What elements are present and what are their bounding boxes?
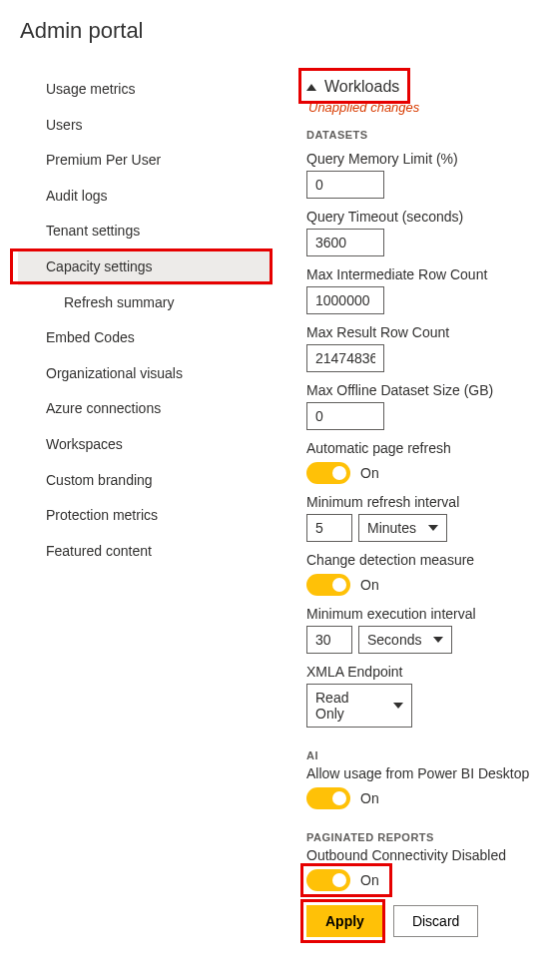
layout-container: Usage metrics Users Premium Per User Aud… (18, 72, 556, 937)
minimum-refresh-interval-input[interactable] (306, 514, 352, 542)
discard-button[interactable]: Discard (393, 905, 478, 937)
xmla-endpoint-value: Read Only (315, 690, 381, 722)
paginated-reports-group-heading: PAGINATED REPORTS (306, 831, 556, 843)
sidebar-item-protection-metrics[interactable]: Protection metrics (18, 498, 273, 534)
sidebar-item-refresh-summary[interactable]: Refresh summary (18, 285, 273, 321)
sidebar-item-premium-per-user[interactable]: Premium Per User (18, 143, 273, 179)
max-intermediate-row-count-label: Max Intermediate Row Count (306, 266, 556, 282)
datasets-group-heading: DATASETS (306, 129, 556, 141)
outbound-connectivity-disabled-toggle[interactable] (306, 869, 350, 891)
page-title: Admin portal (18, 18, 556, 44)
chevron-down-icon (428, 525, 438, 531)
workloads-section-title: Workloads (324, 78, 399, 96)
chevron-down-icon (433, 637, 443, 643)
main-panel: Workloads Unapplied changes DATASETS Que… (273, 72, 556, 937)
minimum-refresh-interval-label: Minimum refresh interval (306, 494, 556, 510)
minimum-refresh-interval-unit-value: Minutes (367, 520, 416, 536)
apply-button[interactable]: Apply (306, 905, 383, 937)
change-detection-measure-state: On (360, 577, 379, 593)
caret-up-icon (306, 84, 316, 91)
max-result-row-count-label: Max Result Row Count (306, 324, 556, 340)
max-intermediate-row-count-input[interactable] (306, 286, 384, 314)
max-offline-dataset-size-label: Max Offline Dataset Size (GB) (306, 382, 556, 398)
allow-usage-desktop-toggle[interactable] (306, 787, 350, 809)
sidebar-item-audit-logs[interactable]: Audit logs (18, 179, 273, 215)
query-memory-limit-label: Query Memory Limit (%) (306, 151, 556, 167)
max-result-row-count-input[interactable] (306, 344, 384, 372)
automatic-page-refresh-toggle[interactable] (306, 462, 350, 484)
sidebar-item-featured-content[interactable]: Featured content (18, 534, 273, 570)
query-timeout-input[interactable] (306, 229, 384, 256)
query-timeout-label: Query Timeout (seconds) (306, 209, 556, 225)
ai-group-heading: AI (306, 749, 556, 761)
automatic-page-refresh-state: On (360, 465, 379, 481)
sidebar-item-embed-codes[interactable]: Embed Codes (18, 320, 273, 356)
sidebar-item-workspaces[interactable]: Workspaces (18, 427, 273, 463)
allow-usage-desktop-label: Allow usage from Power BI Desktop (306, 765, 556, 781)
sidebar-item-organizational-visuals[interactable]: Organizational visuals (18, 356, 273, 392)
sidebar-item-custom-branding[interactable]: Custom branding (18, 463, 273, 499)
workloads-section-header[interactable]: Workloads (306, 72, 556, 100)
outbound-connectivity-disabled-state: On (360, 872, 379, 888)
max-offline-dataset-size-input[interactable] (306, 402, 384, 430)
minimum-execution-interval-unit-value: Seconds (367, 632, 421, 648)
unapplied-changes-text: Unapplied changes (306, 100, 556, 115)
minimum-execution-interval-label: Minimum execution interval (306, 606, 556, 622)
sidebar-item-tenant-settings[interactable]: Tenant settings (18, 214, 273, 249)
change-detection-measure-toggle[interactable] (306, 574, 350, 596)
query-memory-limit-input[interactable] (306, 171, 384, 199)
sidebar-item-capacity-settings[interactable]: Capacity settings (18, 249, 273, 285)
xmla-endpoint-label: XMLA Endpoint (306, 664, 556, 680)
automatic-page-refresh-label: Automatic page refresh (306, 440, 556, 456)
sidebar-item-azure-connections[interactable]: Azure connections (18, 391, 273, 427)
minimum-refresh-interval-unit-select[interactable]: Minutes (358, 514, 447, 542)
change-detection-measure-label: Change detection measure (306, 552, 556, 568)
xmla-endpoint-select[interactable]: Read Only (306, 684, 412, 728)
minimum-execution-interval-unit-select[interactable]: Seconds (358, 626, 452, 654)
chevron-down-icon (393, 703, 403, 709)
allow-usage-desktop-state: On (360, 790, 379, 806)
sidebar-item-users[interactable]: Users (18, 108, 273, 144)
outbound-connectivity-disabled-label: Outbound Connectivity Disabled (306, 847, 556, 863)
minimum-execution-interval-input[interactable] (306, 626, 352, 654)
sidebar-nav: Usage metrics Users Premium Per User Aud… (18, 72, 273, 937)
sidebar-item-usage-metrics[interactable]: Usage metrics (18, 72, 273, 108)
